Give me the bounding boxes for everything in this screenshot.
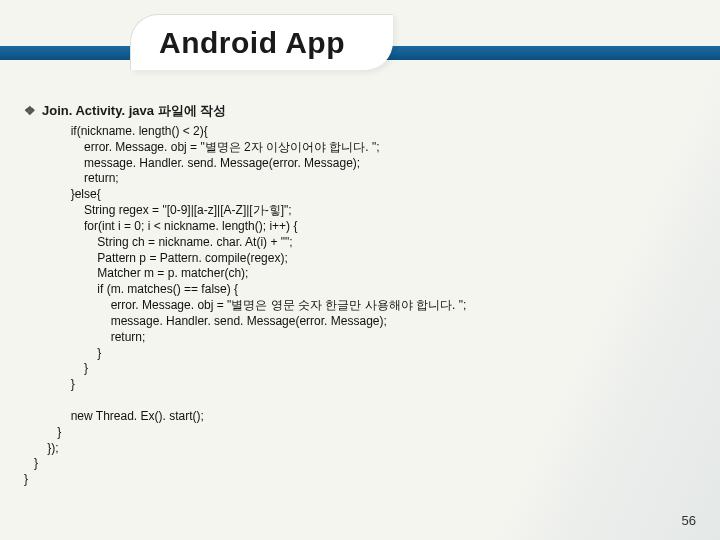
title-pill: Android App: [130, 14, 393, 70]
slide-content: ❖ Join. Activity. java 파일에 작성 if(nicknam…: [24, 102, 696, 488]
bullet-label: Join. Activity. java 파일에 작성: [42, 102, 226, 120]
diamond-bullet-icon: ❖: [24, 104, 34, 114]
bullet-heading: ❖ Join. Activity. java 파일에 작성: [24, 102, 696, 120]
slide-title: Android App: [159, 26, 345, 60]
code-block: if(nickname. length() < 2){ error. Messa…: [24, 124, 696, 488]
page-number: 56: [682, 513, 696, 528]
